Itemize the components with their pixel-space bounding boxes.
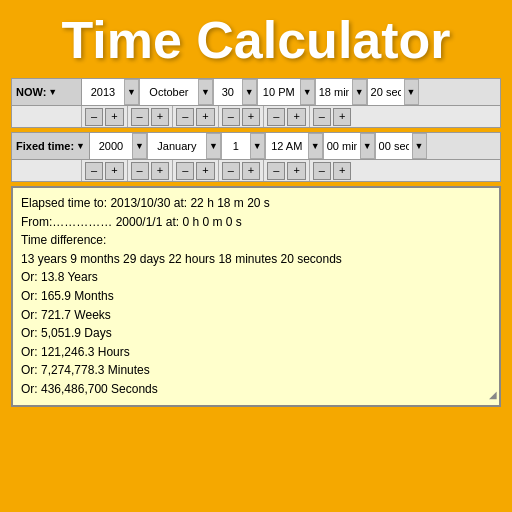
fixed-input-row: Fixed time: ▼ ▼ ▼ ▼ ▼ ▼ <box>11 132 501 160</box>
now-sec-plus[interactable]: + <box>333 108 351 126</box>
now-month-minus[interactable]: – <box>131 108 149 126</box>
app-title: Time Calculator <box>61 10 450 70</box>
fixed-btn-row: – + – + – + – + – + – + <box>11 160 501 182</box>
fixed-hour-input[interactable] <box>266 133 308 159</box>
fixed-year-input[interactable] <box>90 133 132 159</box>
now-min-arrow[interactable]: ▼ <box>352 79 367 105</box>
now-sec-arrow[interactable]: ▼ <box>404 79 419 105</box>
result-line6: Or: 165.9 Months <box>21 287 491 306</box>
result-line9: Or: 121,246.3 Hours <box>21 343 491 362</box>
fixed-min-btns: – + <box>264 160 310 181</box>
now-month-arrow[interactable]: ▼ <box>198 79 213 105</box>
fixed-label: Fixed time: <box>16 140 74 152</box>
now-month-input[interactable] <box>140 79 198 105</box>
now-year-arrow[interactable]: ▼ <box>124 79 139 105</box>
calculator-container: NOW: ▼ ▼ ▼ ▼ ▼ ▼ <box>11 78 501 407</box>
fixed-year-plus[interactable]: + <box>105 162 123 180</box>
now-day-group: ▼ <box>214 79 258 105</box>
now-sec-input[interactable] <box>368 79 404 105</box>
result-line4: 13 years 9 months 29 days 22 hours 18 mi… <box>21 250 491 269</box>
now-month-plus[interactable]: + <box>151 108 169 126</box>
now-sec-minus[interactable]: – <box>313 108 331 126</box>
fixed-month-minus[interactable]: – <box>131 162 149 180</box>
now-input-row: NOW: ▼ ▼ ▼ ▼ ▼ ▼ <box>11 78 501 106</box>
now-day-plus[interactable]: + <box>196 108 214 126</box>
resize-handle[interactable]: ◢ <box>489 387 497 403</box>
fixed-day-minus[interactable]: – <box>176 162 194 180</box>
fixed-day-group: ▼ <box>222 133 266 159</box>
now-hour-arrow[interactable]: ▼ <box>300 79 315 105</box>
fixed-day-plus[interactable]: + <box>196 162 214 180</box>
now-day-minus[interactable]: – <box>176 108 194 126</box>
fixed-day-arrow[interactable]: ▼ <box>250 133 265 159</box>
fixed-day-btns: – + <box>173 160 219 181</box>
now-hour-plus[interactable]: + <box>242 108 260 126</box>
fixed-min-arrow[interactable]: ▼ <box>360 133 375 159</box>
now-label: NOW: <box>16 86 46 98</box>
now-sec-btns: – + <box>310 106 355 127</box>
now-hour-group: ▼ <box>258 79 316 105</box>
now-label-cell: NOW: ▼ <box>12 79 82 105</box>
fixed-min-group: ▼ <box>324 133 376 159</box>
now-btn-spacer <box>12 106 82 127</box>
fixed-sec-input[interactable] <box>376 133 412 159</box>
now-year-input[interactable] <box>82 79 124 105</box>
fixed-row-group: Fixed time: ▼ ▼ ▼ ▼ ▼ ▼ <box>11 132 501 182</box>
fixed-hour-plus[interactable]: + <box>242 162 260 180</box>
now-dropdown-arrow[interactable]: ▼ <box>48 87 57 97</box>
fixed-year-btns: – + <box>82 160 128 181</box>
fixed-month-arrow[interactable]: ▼ <box>206 133 221 159</box>
now-min-btns: – + <box>264 106 310 127</box>
now-min-plus[interactable]: + <box>287 108 305 126</box>
now-month-group: ▼ <box>140 79 214 105</box>
now-btn-row: – + – + – + – + – + – + <box>11 106 501 128</box>
now-day-input[interactable] <box>214 79 242 105</box>
now-day-btns: – + <box>173 106 219 127</box>
fixed-month-plus[interactable]: + <box>151 162 169 180</box>
fixed-label-cell: Fixed time: ▼ <box>12 133 90 159</box>
now-month-btns: – + <box>128 106 174 127</box>
fixed-year-minus[interactable]: – <box>85 162 103 180</box>
now-min-group: ▼ <box>316 79 368 105</box>
result-line3: Time difference: <box>21 231 491 250</box>
fixed-sec-arrow[interactable]: ▼ <box>412 133 427 159</box>
now-year-minus[interactable]: – <box>85 108 103 126</box>
fixed-hour-group: ▼ <box>266 133 324 159</box>
fixed-dropdown-arrow[interactable]: ▼ <box>76 141 85 151</box>
fixed-hour-btns: – + <box>219 160 265 181</box>
now-hour-input[interactable] <box>258 79 300 105</box>
fixed-month-input[interactable] <box>148 133 206 159</box>
fixed-sec-plus[interactable]: + <box>333 162 351 180</box>
result-line1: Elapsed time to: 2013/10/30 at: 22 h 18 … <box>21 194 491 213</box>
result-line10: Or: 7,274,778.3 Minutes <box>21 361 491 380</box>
result-line2: From:…………… 2000/1/1 at: 0 h 0 m 0 s <box>21 213 491 232</box>
fixed-month-btns: – + <box>128 160 174 181</box>
now-year-group: ▼ <box>82 79 140 105</box>
result-line8: Or: 5,051.9 Days <box>21 324 491 343</box>
now-day-arrow[interactable]: ▼ <box>242 79 257 105</box>
now-sec-group: ▼ <box>368 79 419 105</box>
now-min-input[interactable] <box>316 79 352 105</box>
fixed-sec-group: ▼ <box>376 133 427 159</box>
result-line11: Or: 436,486,700 Seconds <box>21 380 491 399</box>
fixed-sec-btns: – + <box>310 160 355 181</box>
fixed-year-arrow[interactable]: ▼ <box>132 133 147 159</box>
results-box: Elapsed time to: 2013/10/30 at: 22 h 18 … <box>11 186 501 407</box>
fixed-hour-minus[interactable]: – <box>222 162 240 180</box>
fixed-min-input[interactable] <box>324 133 360 159</box>
now-row-group: NOW: ▼ ▼ ▼ ▼ ▼ ▼ <box>11 78 501 128</box>
result-line7: Or: 721.7 Weeks <box>21 306 491 325</box>
now-hour-btns: – + <box>219 106 265 127</box>
fixed-min-minus[interactable]: – <box>267 162 285 180</box>
fixed-month-group: ▼ <box>148 133 222 159</box>
fixed-sec-minus[interactable]: – <box>313 162 331 180</box>
now-min-minus[interactable]: – <box>267 108 285 126</box>
result-line5: Or: 13.8 Years <box>21 268 491 287</box>
now-year-plus[interactable]: + <box>105 108 123 126</box>
fixed-min-plus[interactable]: + <box>287 162 305 180</box>
now-hour-minus[interactable]: – <box>222 108 240 126</box>
fixed-btn-spacer <box>12 160 82 181</box>
fixed-day-input[interactable] <box>222 133 250 159</box>
now-year-btns: – + <box>82 106 128 127</box>
fixed-hour-arrow[interactable]: ▼ <box>308 133 323 159</box>
